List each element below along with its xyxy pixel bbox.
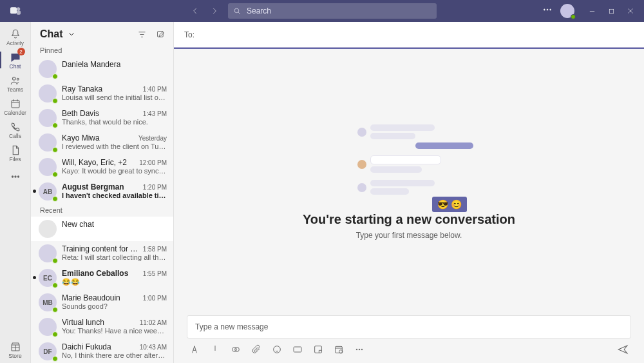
chat-time: 1:58 PM xyxy=(143,246,167,253)
format-icon[interactable] xyxy=(189,344,200,355)
to-field[interactable]: To: xyxy=(174,22,644,48)
schedule-icon[interactable] xyxy=(334,344,344,355)
window-maximize-button[interactable] xyxy=(601,0,621,22)
svg-rect-2 xyxy=(17,11,20,14)
svg-point-25 xyxy=(361,349,363,350)
svg-point-24 xyxy=(359,349,360,350)
nav-forward-button[interactable] xyxy=(205,0,224,22)
more-icon xyxy=(10,171,21,182)
rail-store[interactable]: Store xyxy=(0,338,31,360)
compose-more-icon[interactable] xyxy=(354,344,365,355)
user-avatar[interactable] xyxy=(560,4,574,18)
presence-icon xyxy=(52,147,58,153)
window-close-button[interactable] xyxy=(621,0,640,22)
chat-preview: 😂😂 xyxy=(62,278,167,286)
chat-name: Marie Beaudouin xyxy=(62,293,120,302)
chat-list-item[interactable]: New chat xyxy=(31,217,173,241)
chat-list-item[interactable]: Ray Tanaka1:40 PMLouisa will send the in… xyxy=(31,81,173,106)
search-input[interactable]: Search xyxy=(228,3,437,19)
chat-list-title: Chat xyxy=(40,28,63,40)
chat-list-item[interactable]: Daniela Mandera xyxy=(31,57,173,81)
rail-chat[interactable]: 2 Chat xyxy=(0,49,31,71)
chat-list-item[interactable]: DFDaichi Fukuda10:43 AMNo, I think there… xyxy=(31,339,173,363)
chat-time: Yesterday xyxy=(138,135,167,142)
bell-icon xyxy=(10,28,21,40)
file-icon xyxy=(10,144,21,156)
loop-icon[interactable] xyxy=(231,344,241,355)
chat-list-item[interactable]: ABAugust Bergman1:20 PMI haven't checked… xyxy=(31,179,173,204)
compose-input[interactable]: Type a new message xyxy=(187,315,631,338)
avatar xyxy=(39,220,57,238)
chat-list-panel: Chat Pinned Daniela ManderaRay Tanaka1:4… xyxy=(31,22,174,363)
rail-files[interactable]: Files xyxy=(0,142,31,164)
presence-icon xyxy=(52,307,58,313)
avatar: AB xyxy=(39,182,57,201)
emoji-icon[interactable] xyxy=(272,344,282,355)
chat-time: 11:02 AM xyxy=(140,319,167,326)
chat-preview: Sounds good? xyxy=(62,302,167,310)
chat-time: 1:43 PM xyxy=(143,110,167,117)
chat-name: August Bergman xyxy=(62,182,124,191)
gif-icon[interactable] xyxy=(292,344,303,355)
section-pinned: Pinned xyxy=(31,44,173,57)
presence-icon xyxy=(52,196,58,202)
rail-label: Store xyxy=(8,353,21,359)
avatar xyxy=(39,158,57,176)
rail-more[interactable] xyxy=(0,165,31,187)
chat-list-item[interactable]: Virtual lunch11:02 AMYou: Thanks! Have a… xyxy=(31,315,173,339)
chat-preview: You: Thanks! Have a nice weekend xyxy=(62,327,167,335)
presence-icon xyxy=(52,282,58,288)
svg-point-3 xyxy=(234,8,239,13)
svg-point-17 xyxy=(235,348,240,352)
attach-icon[interactable] xyxy=(251,344,261,355)
section-recent: Recent xyxy=(31,204,173,217)
presence-icon xyxy=(52,172,58,177)
chat-list-item[interactable]: Kayo MiwaYesterdayI reviewed with the cl… xyxy=(31,130,173,155)
more-button[interactable] xyxy=(542,5,553,17)
chat-list-item[interactable]: MBMarie Beaudouin1:00 PMSounds good? xyxy=(31,290,173,315)
rail-activity[interactable]: Activity xyxy=(0,26,31,48)
svg-rect-0 xyxy=(11,8,17,14)
chevron-down-icon[interactable] xyxy=(67,30,76,39)
avatar xyxy=(39,244,57,262)
send-button[interactable] xyxy=(617,344,629,355)
presence-available-icon xyxy=(571,14,576,19)
rail-calls[interactable]: Calls xyxy=(0,119,31,141)
chat-name: Emiliano Ceballos xyxy=(62,269,128,278)
avatar xyxy=(39,318,57,336)
rail-label: Teams xyxy=(7,86,23,93)
svg-point-5 xyxy=(547,9,548,10)
rail-label: Calender xyxy=(4,110,26,116)
presence-icon xyxy=(52,74,58,79)
chat-badge: 2 xyxy=(17,48,25,55)
chat-list-item[interactable]: Training content for Photon…1:58 PMReta:… xyxy=(31,241,173,266)
filter-icon[interactable] xyxy=(137,30,147,39)
chat-time: 10:43 AM xyxy=(140,344,167,351)
calendar-icon xyxy=(10,98,21,110)
chat-list-item[interactable]: Beth Davis1:43 PMThanks, that would be n… xyxy=(31,106,173,130)
content-area: To: 😎 😊 You're starting a new conversati… xyxy=(174,22,644,363)
presence-icon xyxy=(52,258,58,264)
search-placeholder: Search xyxy=(247,6,271,15)
chat-preview: I reviewed with the client on Tuesda… xyxy=(62,142,167,150)
rail-teams[interactable]: Teams xyxy=(0,72,31,94)
svg-point-12 xyxy=(14,176,15,177)
rail-calendar[interactable]: Calender xyxy=(0,95,31,117)
search-icon xyxy=(233,7,242,15)
rail-label: Activity xyxy=(6,40,24,46)
window-minimize-button[interactable] xyxy=(582,0,601,22)
sticker-icon[interactable] xyxy=(313,344,323,355)
chat-name: Will, Kayo, Eric, +2 xyxy=(62,158,127,167)
svg-point-1 xyxy=(17,8,20,11)
svg-point-11 xyxy=(12,176,13,177)
chat-list-item[interactable]: ECEmiliano Ceballos1:55 PM😂😂 xyxy=(31,266,173,290)
chat-name: Beth Davis xyxy=(62,109,99,118)
rail-label: Calls xyxy=(9,133,21,139)
compose-area: Type a new message xyxy=(187,315,631,355)
nav-back-button[interactable] xyxy=(185,0,205,22)
new-chat-icon[interactable] xyxy=(156,30,166,39)
avatar xyxy=(39,84,57,103)
store-icon xyxy=(10,341,21,353)
chat-list-item[interactable]: Will, Kayo, Eric, +212:00 PMKayo: It wou… xyxy=(31,155,173,179)
priority-icon[interactable] xyxy=(210,344,220,355)
